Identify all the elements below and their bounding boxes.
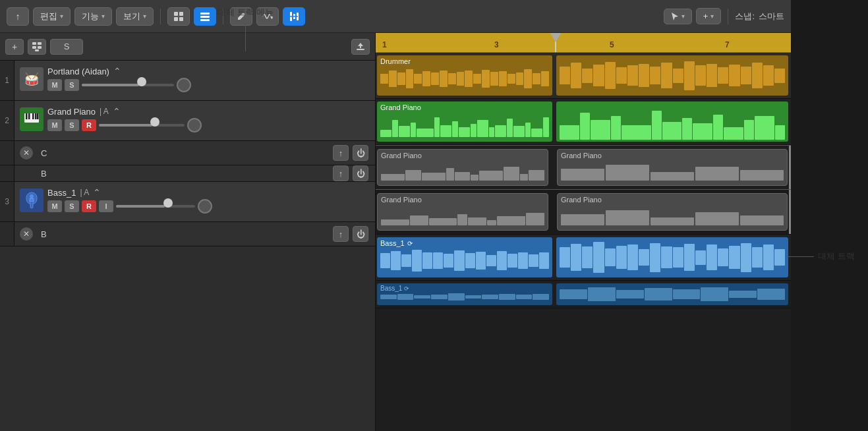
track-item-3: 3 <box>0 182 375 222</box>
annotation-right-line <box>788 256 814 257</box>
track-content-2: Grand Piano | A ⌃ M S R <box>14 101 375 140</box>
volume-bar-bg-1 <box>82 84 174 86</box>
track-thumbnail-2 <box>20 107 43 131</box>
track-tag-2: | A <box>100 107 109 116</box>
alt-track-number-2-b <box>0 165 14 181</box>
bass-block-1[interactable]: Bass_1 ⟳ <box>377 237 552 277</box>
solo-btn-2[interactable]: S <box>65 119 79 131</box>
bass-block-2[interactable] <box>556 237 788 277</box>
solo-btn-3[interactable]: S <box>65 200 79 212</box>
gp-midi-bars-1 <box>380 113 549 137</box>
rec-btn-3[interactable]: R <box>82 200 96 212</box>
separator-1 <box>160 9 161 24</box>
bass-alt-block-1[interactable]: Bass_1 ⟳ <box>377 283 552 305</box>
alt-c-label-2: Grand Piano <box>561 152 784 159</box>
volume-track-2[interactable] <box>99 121 185 130</box>
gp-midi-bars-2 <box>560 103 785 140</box>
pan-knob-3[interactable] <box>198 199 212 214</box>
cursor-button[interactable]: ▾ <box>664 9 692 24</box>
alt-tracks-border-c <box>789 146 791 189</box>
alt-c-midi-2 <box>561 161 784 181</box>
input-btn-3[interactable]: I <box>99 200 113 212</box>
timeline-row-alt-c: Grand Piano <box>376 145 791 190</box>
drummer-waveform-2 <box>560 57 785 94</box>
add-track-button[interactable]: + <box>5 39 24 55</box>
alt-c-label-1: Grand Piano <box>381 152 544 159</box>
svg-rect-19 <box>28 113 30 119</box>
track-thumbnail-3 <box>20 188 43 212</box>
timeline-row-2: Grand Piano <box>376 99 791 145</box>
func-button[interactable]: 기능 ▾ <box>74 7 112 26</box>
separator-3 <box>728 9 728 24</box>
volume-track-1[interactable] <box>82 80 174 90</box>
alt-power-btn-3-b[interactable]: ⏻ <box>353 226 368 242</box>
alt-close-btn-3-b[interactable]: ✕ <box>20 227 33 241</box>
track-content-3: Bass_1 | A ⌃ M S R I <box>14 182 375 221</box>
view-button[interactable]: 보기 ▾ <box>116 7 154 26</box>
alt-power-btn-b[interactable]: ⏻ <box>353 165 368 181</box>
pan-knob-1[interactable] <box>177 78 191 92</box>
pan-knob-2[interactable] <box>187 118 202 132</box>
mute-btn-2[interactable]: M <box>47 119 62 131</box>
svg-rect-16 <box>357 49 364 50</box>
alt-upload-btn-3-b[interactable]: ↑ <box>333 226 349 242</box>
bass-alt-waveform-1 <box>380 293 549 301</box>
gp-block-2[interactable] <box>556 101 788 142</box>
track-name-row-3: Bass_1 | A ⌃ M S R I <box>20 187 370 214</box>
grid-view-button[interactable] <box>167 7 190 26</box>
playhead-triangle <box>550 33 561 42</box>
svg-rect-13 <box>32 46 36 49</box>
alt-upload-btn-b[interactable]: ↑ <box>333 165 349 181</box>
drummer-block-1[interactable]: Drummer // generate bars dynamically <box>377 55 552 96</box>
add-button[interactable]: + ▾ <box>696 8 722 24</box>
edit-button[interactable]: 편집 ▾ <box>33 7 71 26</box>
volume-handle-1[interactable] <box>137 77 146 86</box>
list-view-button[interactable] <box>194 7 216 26</box>
alt-b-block-1[interactable]: Grand Piano <box>377 193 548 231</box>
alt-power-btn-c[interactable]: ⏻ <box>353 145 368 161</box>
timeline-row-1: Drummer // generate bars dynamically <box>376 53 791 99</box>
svg-rect-20 <box>32 113 34 119</box>
add-track-icon-button[interactable] <box>28 39 46 55</box>
alt-b-block-2[interactable]: Grand Piano <box>557 193 788 231</box>
mute-btn-1[interactable]: M <box>47 79 62 91</box>
volume-track-3[interactable] <box>116 202 195 211</box>
track-expand-icon-2[interactable]: ⌃ <box>113 106 121 117</box>
content-area: + S <box>0 33 791 431</box>
alt-track-label-c: C <box>38 148 333 158</box>
rec-btn-2[interactable]: R <box>82 119 96 131</box>
alt-track-actions-c: ↑ ⏻ <box>333 145 375 161</box>
align-button[interactable] <box>283 7 305 26</box>
playhead-line <box>555 33 556 52</box>
alt-tracks-border-b <box>789 190 791 234</box>
gp-block-1[interactable]: Grand Piano <box>377 101 552 142</box>
back-button[interactable]: ↑ <box>7 7 29 26</box>
bass-alt-label-1: Bass_1 ⟳ <box>380 285 549 292</box>
svg-rect-0 <box>174 12 178 16</box>
solo-button[interactable]: S <box>50 39 83 55</box>
timeline-row-bass-alt-b: Bass_1 ⟳ <box>376 281 791 308</box>
upload-button[interactable] <box>351 39 370 55</box>
track-controls-3: M S R I <box>47 199 212 214</box>
track-list-header: + S <box>0 33 375 61</box>
bass-alt-block-2[interactable] <box>556 283 788 305</box>
alt-b-midi-1 <box>381 205 544 225</box>
timeline-row-3: Bass_1 ⟳ <box>376 235 791 281</box>
mute-btn-3[interactable]: M <box>47 200 62 212</box>
track-expand-icon-1[interactable]: ⌃ <box>113 66 121 76</box>
track-name-row-1: 🥁 Portland (Aidan) ⌃ M S <box>20 66 370 92</box>
volume-handle-2[interactable] <box>150 117 159 127</box>
volume-handle-3[interactable] <box>163 198 173 208</box>
svg-rect-18 <box>26 113 28 119</box>
alt-c-block-2[interactable]: Grand Piano <box>557 149 788 186</box>
alt-upload-btn-c[interactable]: ↑ <box>333 145 349 161</box>
track-expand-icon-3[interactable]: ⌃ <box>93 187 101 198</box>
svg-rect-1 <box>179 12 183 16</box>
solo-btn-1[interactable]: S <box>65 79 79 91</box>
bass-alt-loop-icon: ⟳ <box>404 285 409 292</box>
snap-value: 스마트 <box>759 11 784 22</box>
volume-bar-fill-3 <box>116 205 165 208</box>
drummer-block-2[interactable] <box>556 55 788 96</box>
alt-close-btn-c[interactable]: ✕ <box>20 146 33 159</box>
alt-c-block-1[interactable]: Grand Piano <box>377 149 548 186</box>
